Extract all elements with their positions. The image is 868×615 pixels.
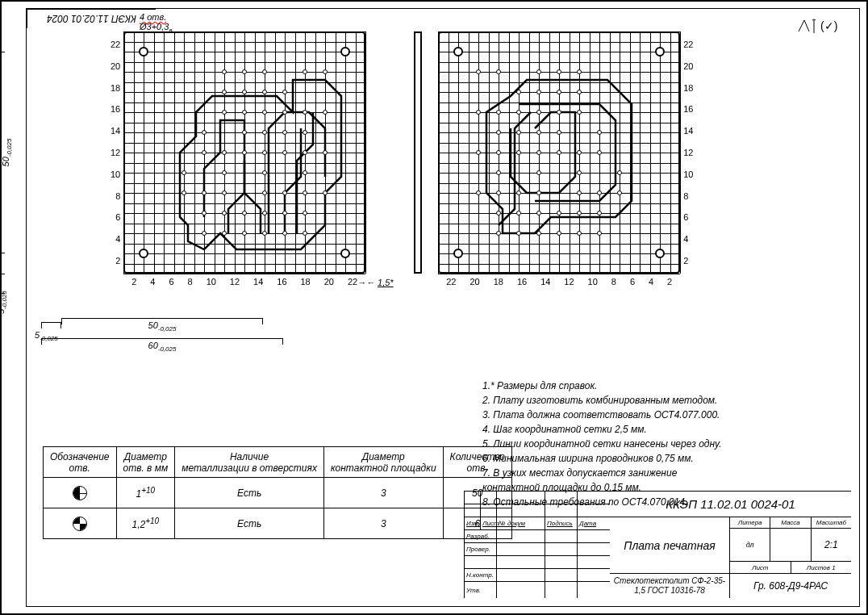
mounting-hole — [453, 47, 463, 56]
dim-5v-label: 5-0,025 — [0, 291, 8, 314]
pad — [516, 90, 521, 94]
svg-text:(✓): (✓) — [820, 19, 837, 32]
pad — [516, 110, 521, 115]
pad — [496, 211, 501, 215]
board-left-xlabels: 246810121416182022 — [123, 274, 365, 290]
holes-table: Обозначениеотв.Диаметротв. в ммНаличиеме… — [43, 446, 512, 539]
pad — [536, 231, 541, 236]
pad — [617, 190, 622, 195]
pad — [262, 90, 267, 94]
pad — [323, 69, 328, 74]
pad — [323, 190, 328, 195]
pad — [303, 150, 307, 155]
scale: 2:1 — [812, 529, 851, 561]
board-left-block: 222018161412108642 — [107, 31, 365, 290]
pad — [262, 231, 267, 236]
pad — [577, 231, 582, 236]
pad — [282, 130, 287, 135]
pad — [303, 231, 307, 236]
pad — [323, 150, 328, 155]
title-block: Изм.Лист№ докумПодписьДата Разраб. Прове… — [464, 491, 851, 598]
pad — [222, 69, 227, 74]
pad — [303, 170, 307, 175]
mounting-hole — [453, 249, 463, 258]
pad — [282, 90, 287, 94]
pad — [202, 190, 207, 195]
pad — [182, 170, 186, 175]
pad — [282, 211, 287, 215]
pad — [496, 150, 501, 155]
pad — [262, 170, 267, 175]
dim-60h: 60-0,025 — [41, 338, 283, 345]
pad — [597, 231, 602, 236]
board-left — [123, 31, 365, 274]
pad — [577, 190, 582, 195]
stamp-top-left: ККЭП 11.02.01 0024 — [27, 9, 156, 28]
pad — [282, 150, 287, 155]
content-area: 4 отв. Ø3+0,3в 60-0,025 50-0,025 5-0,025… — [35, 31, 851, 598]
title-block-right: ККЭП 11.02.01 0024-01 Плата печатная Лит… — [610, 492, 851, 598]
pad — [557, 150, 561, 155]
dim-5h — [41, 322, 61, 328]
dim-50h: 50-0,025 — [61, 318, 263, 324]
mounting-hole — [139, 249, 148, 258]
notes-list: 1.* Размеры для справок.2. Плату изготов… — [482, 379, 722, 509]
board-right-block: 222018161412108642 222018161412108642 — [438, 31, 696, 290]
pad — [536, 90, 541, 94]
pad — [536, 170, 541, 175]
pad — [597, 150, 602, 155]
pad — [222, 190, 227, 195]
pad — [536, 150, 541, 155]
pad — [303, 190, 307, 195]
pad — [323, 110, 328, 115]
pad — [242, 130, 247, 135]
pad — [577, 90, 582, 94]
pad — [557, 231, 561, 236]
pad — [262, 150, 267, 155]
pad — [577, 69, 582, 74]
pad — [303, 110, 307, 115]
pad — [242, 150, 247, 155]
inner-frame: ККЭП 11.02.01 0024 (✓) 4 отв. Ø3+0,3в 60… — [26, 8, 860, 607]
mounting-hole — [340, 249, 350, 258]
pad — [242, 69, 247, 74]
pad — [536, 190, 541, 195]
board-right-xlabels: 222018161412108642 — [438, 274, 680, 290]
mounting-hole — [340, 47, 350, 56]
pad — [476, 110, 481, 115]
pad — [262, 130, 267, 135]
board-right — [438, 31, 680, 274]
dim-thickness: →← 1,5* — [357, 278, 394, 287]
dim-50v: 50-0,025 — [0, 52, 5, 253]
board-right-ylabels: 222018161412108642 — [680, 31, 696, 274]
pad — [557, 110, 561, 115]
mounting-hole — [655, 249, 665, 258]
pad — [496, 110, 501, 115]
pad — [557, 69, 561, 74]
pad — [617, 170, 622, 175]
pad — [516, 130, 521, 135]
pad — [577, 110, 582, 115]
pad — [282, 190, 287, 195]
pad — [496, 170, 501, 175]
material: Стеклотекстолит СФ-2-35-1,5 ГОСТ 10316-7… — [610, 574, 730, 598]
drawing-name: Плата печатная — [610, 517, 730, 573]
pad — [202, 150, 207, 155]
pad — [242, 211, 247, 215]
mounting-hole — [655, 47, 665, 56]
pad — [262, 110, 267, 115]
drawing-frame: ККЭП 11.02.01 0024 (✓) 4 отв. Ø3+0,3в 60… — [0, 0, 868, 615]
pad — [516, 211, 521, 215]
board-side-view — [414, 31, 422, 274]
doc-number: ККЭП 11.02.01 0024-01 — [610, 492, 851, 517]
pad — [557, 130, 561, 135]
pad — [536, 110, 541, 115]
pad — [282, 110, 287, 115]
group: Гр. 608-Д9-4РАС — [730, 574, 851, 598]
pad — [496, 190, 501, 195]
pad — [577, 211, 582, 215]
pad — [202, 130, 207, 135]
pad — [516, 150, 521, 155]
pad — [242, 231, 247, 236]
pad — [496, 231, 501, 236]
